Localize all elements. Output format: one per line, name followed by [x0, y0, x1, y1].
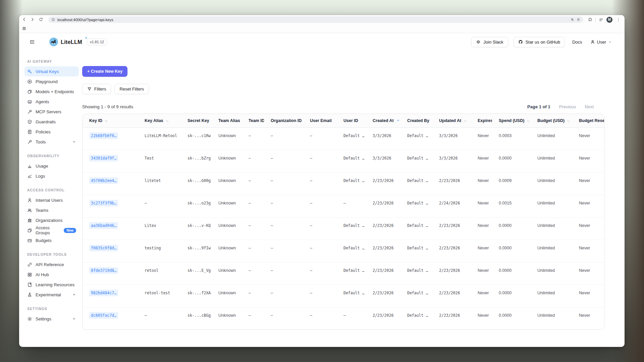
cell-expires: Never [471, 195, 492, 217]
key-id-link[interactable]: 8fde3719d8… [89, 267, 118, 274]
key-id-link[interactable]: 45708b2ee4… [89, 177, 118, 184]
browser-menu-icon[interactable]: ⋮ [615, 17, 621, 22]
sort-icon[interactable]: ↑↓ [166, 119, 168, 123]
sidebar-item-experimental[interactable]: Experimental [24, 290, 79, 300]
file-icon [27, 129, 32, 134]
sidebar-item-agents[interactable]: Agents [24, 97, 79, 107]
sidebar-item-label: Budgets [36, 238, 52, 243]
cell-user-id: Default … [337, 240, 366, 262]
sidebar-item-label: Logs [36, 174, 45, 179]
sidebar-item-learning-resources[interactable]: Learning Resources [24, 280, 79, 290]
cell-created-at: 3/3/2026 [366, 150, 400, 172]
sidebar-item-label: Playground [36, 79, 58, 84]
sidebar-item-mcp-servers[interactable]: MCP Servers [24, 107, 79, 117]
address-bar[interactable]: localhost:4000/ui/?page=api-keys [48, 16, 583, 23]
sort-icon[interactable]: ↑↓ [105, 119, 107, 123]
column-header-key-id[interactable]: Key ID↑↓ [83, 114, 138, 127]
play-icon [27, 79, 32, 84]
sort-icon[interactable]: ↑↓ [464, 119, 466, 123]
key-id-link[interactable]: 3c273f3f9b… [89, 200, 118, 206]
sidebar-item-budgets[interactable]: Budgets [24, 235, 79, 245]
star-github-button[interactable]: Star us on GitHub [514, 37, 565, 47]
key-icon [27, 69, 32, 74]
key-id-link[interactable]: dc805fac7d… [89, 312, 118, 319]
sidebar-item-models-endpoints[interactable]: Models + Endpoints [24, 86, 79, 97]
next-button[interactable]: Next [585, 104, 594, 109]
table-row: aa36bad046…Litexsk-...v-KQUnknown–––Defa… [83, 217, 604, 240]
sidebar-item-access-groups[interactable]: Access GroupsNew [24, 225, 79, 235]
sidebar-item-policies[interactable]: Policies [24, 127, 79, 137]
cell-key-alias: LiteLLM-Retool [138, 127, 181, 150]
user-menu[interactable]: User [590, 40, 612, 45]
sort-desc-icon[interactable] [396, 118, 400, 122]
cell-spend-usd: 0.0015 [492, 195, 531, 217]
join-slack-button[interactable]: Join Slack [471, 37, 508, 47]
chart-line-icon [27, 174, 32, 179]
docs-link[interactable]: Docs [572, 40, 582, 45]
cell-budget-reset: Never [572, 195, 604, 217]
cell-spend-usd: 0.0003 [492, 127, 531, 150]
cell-key-alias: – [138, 307, 181, 329]
cell-key-alias: – [138, 195, 181, 217]
cell-key-alias: Test [138, 150, 181, 172]
cell-key-id: 34301daf9f… [83, 150, 138, 172]
link-icon [27, 262, 32, 267]
cell-expires: Never [471, 285, 492, 307]
sidebar-item-ai-hub[interactable]: AI Hub [24, 269, 79, 280]
previous-button[interactable]: Previous [559, 104, 576, 109]
key-id-link[interactable]: 34301daf9f… [89, 155, 118, 162]
cell-created-by: Default … [400, 195, 432, 217]
apps-grid-icon[interactable] [22, 26, 26, 31]
sidebar-item-settings[interactable]: Settings [24, 314, 79, 324]
key-id-link[interactable]: 982bd484c7… [89, 290, 118, 296]
column-header-budget-usd[interactable]: Budget (USD)↑↓ [531, 114, 572, 127]
side-panel-icon[interactable] [599, 17, 603, 22]
cell-updated-at: 2/23/2026 [432, 262, 471, 285]
create-new-key-button[interactable]: + Create New Key [82, 66, 127, 77]
sidebar-item-usage[interactable]: Usage [24, 161, 79, 171]
forward-icon[interactable] [30, 17, 36, 22]
chevron-down-icon [608, 40, 612, 44]
filters-button[interactable]: Filters [82, 84, 111, 94]
bookmark-star-icon[interactable] [577, 18, 580, 21]
sidebar-section-ai-gateway: AI GATEWAYVirtual KeysPlaygroundModels +… [24, 59, 79, 147]
sidebar-item-logs[interactable]: Logs [24, 171, 79, 181]
sidebar-item-guardrails[interactable]: Guardrails [24, 117, 79, 127]
cell-team-alias: Unknown [212, 127, 242, 150]
sidebar-item-virtual-keys[interactable]: Virtual Keys [24, 66, 79, 76]
sidebar-item-tools[interactable]: Tools [24, 137, 79, 147]
cell-budget-reset: Never [572, 172, 604, 195]
back-icon[interactable] [22, 17, 27, 22]
cell-updated-at: 2/23/2026 [432, 307, 471, 329]
cell-created-by: Default … [400, 150, 432, 172]
sidebar-item-api-reference[interactable]: API Reference [24, 259, 79, 269]
key-id-link[interactable]: f0835c0f8d… [89, 245, 118, 251]
sidebar-item-internal-users[interactable]: Internal Users [24, 195, 79, 205]
sort-icon[interactable]: ↑↓ [527, 119, 529, 123]
sort-icon[interactable]: ↑↓ [567, 119, 570, 123]
key-id-link[interactable]: aa36bad046… [89, 222, 118, 229]
sidebar-item-organizations[interactable]: Organizations [24, 215, 79, 225]
column-header-created-at[interactable]: Created At [366, 114, 400, 127]
profile-avatar[interactable]: M [606, 17, 612, 23]
cell-spend-usd: 0.0000 [492, 217, 531, 240]
sidebar-item-teams[interactable]: Teams [24, 205, 79, 215]
cell-created-by: Default … [400, 127, 432, 150]
zoom-icon[interactable] [571, 18, 574, 21]
refresh-icon[interactable] [39, 17, 44, 22]
extensions-puzzle-icon[interactable] [588, 17, 592, 22]
key-id-link[interactable]: 22b68fb0f0… [89, 132, 118, 139]
column-header-updated-at[interactable]: Updated At↑↓ [432, 114, 471, 127]
sidebar-item-playground[interactable]: Playground [24, 76, 79, 86]
column-header-key-alias[interactable]: Key Alias↑↓ [138, 114, 181, 127]
sidebar-item-label: Tools [36, 139, 46, 144]
litellm-logo[interactable]: LiteLLM [49, 38, 82, 46]
column-header-spend-usd[interactable]: Spend (USD)↑↓ [492, 114, 531, 127]
browser-window: localhost:4000/ui/?page=api-keys M ⋮ Lit… [19, 15, 625, 347]
cell-created-at: 2/23/2026 [366, 307, 400, 329]
sidebar-toggle-icon[interactable] [29, 39, 35, 45]
reset-filters-button[interactable]: Reset Filters [114, 84, 149, 94]
cell-user-email: – [303, 172, 337, 195]
cell-spend-usd: 0.0000 [492, 262, 531, 285]
site-info-icon[interactable] [51, 18, 55, 21]
